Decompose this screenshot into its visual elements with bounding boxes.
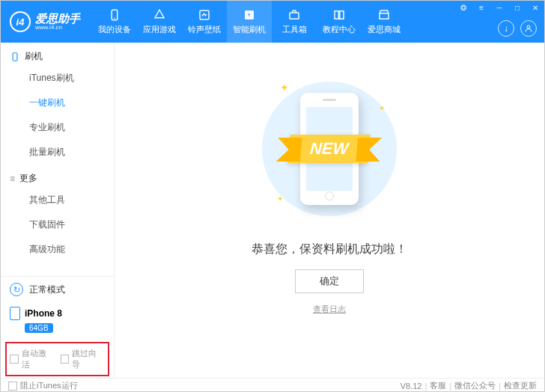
tab-label: 智能刷机 [233, 24, 266, 35]
mode-row[interactable]: ↻ 正常模式 [1, 277, 114, 302]
toolbox-icon [287, 8, 301, 22]
menu-icon[interactable]: ≡ [472, 1, 490, 14]
svg-rect-4 [290, 13, 299, 19]
checkbox-label: 自动激活 [22, 348, 55, 370]
store-icon [377, 8, 391, 22]
tab-toolbox[interactable]: 工具箱 [272, 1, 317, 43]
tab-app-games[interactable]: 应用游戏 [137, 1, 182, 43]
tab-label: 教程中心 [323, 24, 356, 35]
version-label: V8.12 [401, 382, 422, 391]
sidebar-group-label: 刷机 [25, 50, 43, 63]
svg-point-5 [527, 25, 530, 28]
new-ribbon: NEW [288, 135, 371, 163]
sidebar: 刷机 iTunes刷机 一键刷机 专业刷机 批量刷机 ≡ 更多 其他工具 下载固… [1, 43, 115, 378]
maximize-icon[interactable]: □ [508, 1, 526, 14]
device-row[interactable]: iPhone 8 64GB [1, 302, 114, 340]
phone-icon [108, 8, 121, 22]
main-tabs: 我的设备 应用游戏 铃声壁纸 智能刷机 工具箱 教程中心 爱思商城 [92, 1, 407, 43]
tshirt-icon[interactable]: ❂ [454, 1, 472, 14]
apps-icon [153, 8, 166, 22]
checkbox-icon [61, 355, 70, 364]
tab-label: 铃声壁纸 [188, 24, 221, 35]
tab-ring-wall[interactable]: 铃声壁纸 [182, 1, 227, 43]
logo-icon: i4 [10, 11, 31, 32]
device-name: iPhone 8 [25, 308, 62, 319]
sidebar-item-pro[interactable]: 专业刷机 [1, 115, 114, 140]
tab-label: 我的设备 [98, 24, 131, 35]
user-button[interactable] [520, 20, 537, 37]
checkbox-label: 阻止iTunes运行 [20, 380, 78, 391]
block-itunes-checkbox[interactable]: 阻止iTunes运行 [8, 380, 78, 391]
footer: 阻止iTunes运行 V8.12 | 客服 | 微信公众号 | 检查更新 [1, 378, 544, 392]
header-right: ↓ [498, 20, 537, 37]
sidebar-item-other[interactable]: 其他工具 [1, 188, 114, 212]
app-logo: i4 爱思助手 www.i4.cn [1, 11, 89, 32]
sidebar-item-oneclick[interactable]: 一键刷机 [1, 91, 114, 115]
logo-title: 爱思助手 [35, 13, 80, 25]
tab-my-device[interactable]: 我的设备 [92, 1, 137, 43]
media-icon [198, 8, 211, 22]
tab-tutorial[interactable]: 教程中心 [317, 1, 362, 43]
tab-label: 应用游戏 [143, 24, 176, 35]
checkbox-row: 自动激活 跳过向导 [5, 342, 109, 376]
window-controls: ❂ ≡ ─ □ ✕ [454, 1, 544, 14]
hamburger-icon: ≡ [10, 174, 15, 184]
auto-activate-checkbox[interactable]: 自动激活 [10, 348, 55, 370]
storage-badge: 64GB [25, 323, 53, 333]
success-illustration: ✦ ✦ ✦ NEW [255, 74, 404, 224]
header: i4 爱思助手 www.i4.cn 我的设备 应用游戏 铃声壁纸 智能刷机 工具… [1, 1, 544, 43]
checkbox-icon [8, 382, 17, 391]
skip-wizard-checkbox[interactable]: 跳过向导 [61, 348, 106, 370]
main-content: ✦ ✦ ✦ NEW 恭喜您，保资料刷机成功啦！ 确定 查看日志 [115, 43, 544, 378]
book-icon [332, 8, 346, 22]
refresh-icon: ↻ [10, 283, 23, 296]
sidebar-group-more: ≡ 更多 [1, 165, 114, 188]
sidebar-item-batch[interactable]: 批量刷机 [1, 140, 114, 165]
success-message: 恭喜您，保资料刷机成功啦！ [252, 242, 407, 257]
support-link[interactable]: 客服 [430, 380, 446, 391]
update-link[interactable]: 检查更新 [504, 380, 537, 391]
wechat-link[interactable]: 微信公众号 [454, 380, 496, 391]
view-log-link[interactable]: 查看日志 [313, 304, 346, 315]
minimize-icon[interactable]: ─ [490, 1, 508, 14]
checkbox-icon [10, 355, 19, 364]
mode-label: 正常模式 [29, 284, 65, 296]
device-icon [10, 307, 20, 320]
tab-label: 爱思商城 [368, 24, 401, 35]
sidebar-item-firmware[interactable]: 下载固件 [1, 212, 114, 237]
svg-rect-6 [13, 52, 17, 61]
ok-button[interactable]: 确定 [295, 269, 364, 293]
checkbox-label: 跳过向导 [72, 348, 105, 370]
sidebar-group-label: 更多 [19, 172, 37, 185]
sidebar-item-advanced[interactable]: 高级功能 [1, 237, 114, 262]
download-button[interactable]: ↓ [498, 20, 514, 37]
tab-store[interactable]: 爱思商城 [362, 1, 407, 43]
phone-mini-icon [10, 52, 20, 62]
sidebar-group-flash: 刷机 [1, 43, 114, 66]
flash-icon [243, 8, 256, 22]
close-icon[interactable]: ✕ [526, 1, 544, 14]
tab-smart-flash[interactable]: 智能刷机 [227, 1, 272, 43]
tab-label: 工具箱 [282, 24, 307, 35]
sidebar-item-itunes[interactable]: iTunes刷机 [1, 66, 114, 91]
logo-url: www.i4.cn [35, 25, 80, 31]
